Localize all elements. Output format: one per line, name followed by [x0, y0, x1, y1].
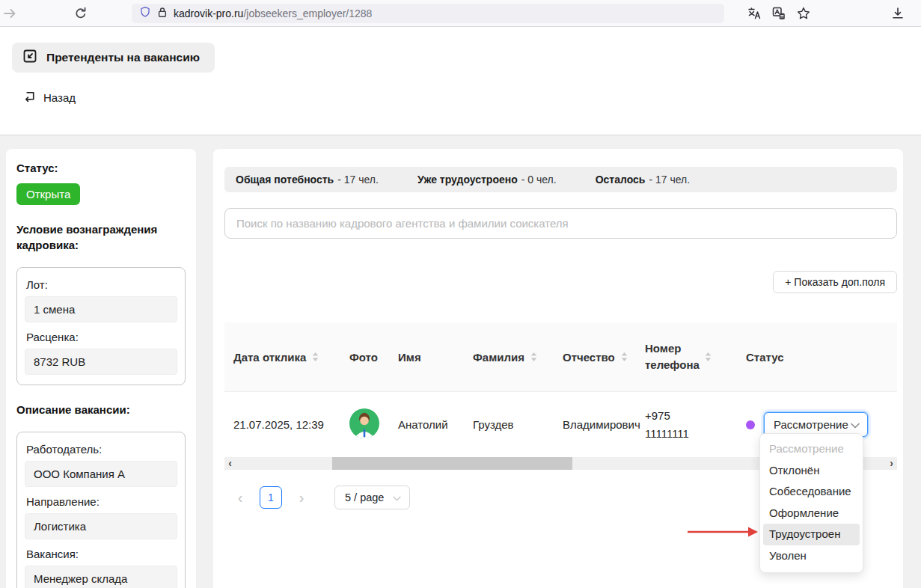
dropdown-option-trudoustroen[interactable]: Трудоустроен	[763, 524, 860, 545]
dropdown-option-rassmotrenie[interactable]: Рассмотрение	[763, 438, 860, 460]
status-dropdown-menu: Рассмотрение Отклонён Собеседование Офор…	[759, 433, 863, 573]
scroll-right-icon[interactable]: ›	[886, 457, 897, 470]
cell-photo	[340, 408, 389, 441]
status-dot	[746, 420, 755, 429]
reward-box: Лот: 1 смена Расценка: 8732 RUB	[16, 267, 186, 385]
search-input[interactable]	[224, 208, 897, 239]
dropdown-option-oformlenie[interactable]: Оформление	[763, 503, 860, 524]
page-title: Претенденты на вакансию	[12, 43, 215, 73]
rate-field: 8732 RUB	[25, 349, 177, 375]
chevron-down-icon	[851, 418, 860, 431]
dropdown-option-sobesedovanie[interactable]: Собеседование	[763, 481, 860, 503]
sort-icon[interactable]	[621, 352, 628, 361]
scrollbar-thumb[interactable]	[332, 457, 572, 470]
screen: kadrovik-pro.ru/jobseekers_employer/1288…	[0, 0, 921, 588]
cell-response-date: 21.07.2025, 12:39	[224, 418, 340, 431]
page-title-label: Претенденты на вакансию	[46, 51, 200, 64]
page-header: Претенденты на вакансию Назад	[0, 27, 921, 135]
bookmark-star-icon[interactable]	[796, 6, 811, 21]
direction-label: Направление:	[26, 495, 176, 508]
cell-last-name: Груздев	[464, 418, 554, 431]
column-header-date[interactable]: Дата отклика	[224, 351, 340, 364]
stat-employed: Уже трудоустроено- 0 чел.	[417, 174, 557, 186]
phone-line1: +975	[645, 407, 689, 424]
employer-field: ООО Компания А	[25, 461, 177, 487]
content-area: Статус: Открыта Условие вознаграждения к…	[0, 135, 921, 588]
shield-icon[interactable]	[139, 6, 151, 21]
sort-icon[interactable]	[530, 352, 537, 361]
rate-label: Расценка:	[26, 331, 176, 343]
download-icon[interactable]	[890, 6, 905, 21]
toolbar-right-icons	[747, 6, 811, 21]
next-page-icon[interactable]: ›	[293, 489, 310, 506]
column-header-patronymic-label: Отчество	[563, 351, 615, 364]
pagination: ‹ 1 › 5 / page	[232, 486, 410, 509]
description-heading: Описание вакансии:	[16, 402, 186, 417]
direction-field: Логистика	[25, 513, 177, 539]
dropdown-option-uvolen[interactable]: Уволен	[763, 545, 860, 567]
translate-icon[interactable]	[747, 6, 762, 21]
column-header-status-label: Статус	[746, 351, 784, 364]
stat-total-value: - 17 чел.	[337, 174, 379, 186]
scroll-left-icon[interactable]: ‹	[224, 457, 236, 470]
url-text: kadrovik-pro.ru/jobseekers_employer/1288	[174, 7, 372, 19]
vacancy-sidebar: Статус: Открыта Условие вознаграждения к…	[6, 149, 196, 588]
back-icon	[22, 89, 37, 105]
vacancy-label: Вакансия:	[26, 548, 176, 560]
dropdown-option-otklonen[interactable]: Отклонён	[763, 460, 860, 482]
lot-field: 1 смена	[25, 296, 177, 322]
lot-label: Лот:	[26, 278, 176, 291]
translate-page-icon[interactable]	[771, 6, 786, 21]
cell-phone: +97511111111	[636, 407, 737, 442]
chevron-down-icon	[393, 491, 401, 503]
stat-remaining-label: Осталось	[596, 174, 646, 186]
stat-remaining-value: - 17 чел.	[649, 174, 690, 186]
page-1-button[interactable]: 1	[260, 486, 282, 509]
back-label: Назад	[43, 91, 76, 104]
employer-label: Работодатель:	[26, 443, 176, 456]
reload-icon[interactable]	[73, 6, 88, 21]
prev-page-icon[interactable]: ‹	[232, 489, 248, 506]
column-header-date-label: Дата отклика	[233, 351, 306, 364]
url-path: /jobseekers_employer/1288	[243, 7, 372, 19]
browser-toolbar: kadrovik-pro.ru/jobseekers_employer/1288	[0, 0, 921, 27]
page-size-select[interactable]: 5 / page	[334, 486, 410, 509]
url-bar[interactable]: kadrovik-pro.ru/jobseekers_employer/1288	[132, 4, 724, 23]
status-badge[interactable]: Открыта	[16, 183, 80, 205]
column-header-last-name[interactable]: Фамилия	[464, 351, 554, 364]
sort-icon[interactable]	[312, 352, 319, 361]
page-size-value: 5 / page	[345, 491, 384, 503]
vacancy-stats-bar: Общая потебность- 17 чел. Уже трудоустро…	[224, 167, 897, 192]
sort-icon[interactable]	[705, 352, 712, 361]
column-header-photo: Фото	[340, 351, 389, 364]
column-header-phone-label: Номер телефона	[645, 340, 699, 373]
column-header-first-name: Имя	[389, 351, 464, 364]
vacancy-field: Менеджер склада	[25, 566, 177, 588]
annotation-arrow-icon	[687, 526, 759, 541]
show-extra-fields-button[interactable]: + Показать доп.поля	[773, 271, 897, 293]
column-header-photo-label: Фото	[349, 351, 378, 364]
column-header-phone[interactable]: Номер телефона	[636, 340, 737, 373]
stat-employed-value: - 0 чел.	[521, 174, 557, 186]
table-header-row: Дата отклика Фото Имя Фамилия Отчество	[224, 322, 897, 391]
phone-line2: 11111111	[645, 425, 689, 442]
stat-total: Общая потебность- 17 чел.	[236, 174, 379, 186]
reward-heading: Условие вознаграждения кадровика:	[16, 222, 186, 253]
lock-icon[interactable]	[157, 7, 168, 21]
status-select-value: Рассмотрение	[774, 418, 848, 431]
column-header-patronymic[interactable]: Отчество	[554, 351, 636, 364]
column-header-first-name-label: Имя	[398, 351, 421, 364]
status-label: Статус:	[16, 161, 186, 176]
back-button[interactable]: Назад	[22, 89, 76, 105]
column-header-status: Статус	[737, 351, 897, 364]
url-domain: kadrovik-pro.ru	[174, 7, 243, 19]
stat-remaining: Осталось- 17 чел.	[596, 174, 690, 186]
cell-first-name: Анатолий	[389, 418, 464, 431]
description-box: Работодатель: ООО Компания А Направление…	[16, 432, 186, 588]
stat-total-label: Общая потебность	[236, 174, 334, 186]
forward-icon[interactable]	[3, 6, 18, 21]
stat-employed-label: Уже трудоустроено	[417, 174, 518, 186]
cell-patronymic: Владимирович	[554, 418, 636, 431]
column-header-last-name-label: Фамилия	[473, 351, 524, 364]
applicant-avatar	[349, 408, 379, 441]
